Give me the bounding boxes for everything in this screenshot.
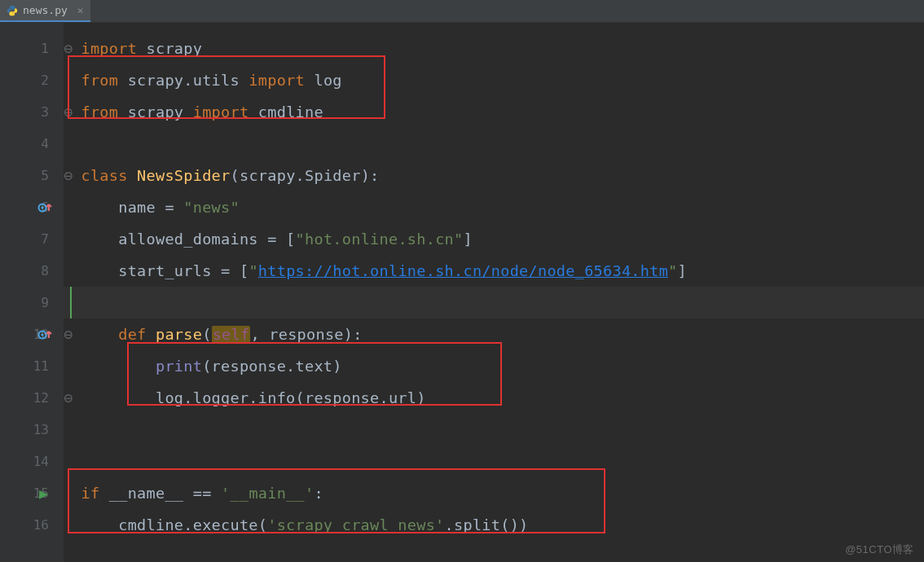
line-number[interactable]: 1: [0, 33, 64, 64]
line-number[interactable]: 4: [0, 128, 64, 160]
line-number[interactable]: 7: [0, 223, 64, 255]
code-line[interactable]: ⊖ import scrapy: [64, 33, 924, 64]
code-line[interactable]: name = "news": [64, 191, 924, 223]
code-line[interactable]: [64, 128, 924, 160]
code-line[interactable]: allowed_domains = ["hot.online.sh.cn"]: [64, 223, 924, 255]
line-number[interactable]: 2: [0, 64, 64, 96]
run-script-icon[interactable]: ▶: [39, 485, 48, 502]
fold-icon[interactable]: ⊖: [64, 331, 73, 339]
tab-bar: news.py ×: [0, 0, 924, 23]
fold-icon[interactable]: ⊖: [64, 45, 73, 53]
line-number[interactable]: 12: [0, 382, 64, 414]
line-number[interactable]: 13: [0, 414, 64, 446]
svg-point-1: [41, 206, 43, 209]
code-line[interactable]: ⊖ class NewsSpider(scrapy.Spider):: [64, 160, 924, 191]
code-area[interactable]: ⊖ import scrapy from scrapy.utils import…: [64, 23, 924, 562]
line-number[interactable]: 6: [0, 191, 64, 223]
svg-point-3: [41, 333, 43, 336]
code-line[interactable]: print(response.text): [64, 350, 924, 382]
code-line[interactable]: from scrapy.utils import log: [64, 64, 924, 96]
watermark-text: @51CTO博客: [845, 542, 914, 557]
close-icon[interactable]: ×: [77, 4, 84, 16]
code-editor: 1 2 3 4 5 6 7 8 9 10 11 12 13 14 ▶ 15 16: [0, 23, 924, 562]
line-number[interactable]: 16: [0, 509, 64, 541]
code-line[interactable]: ⊖ from scrapy import cmdline: [64, 96, 924, 128]
fold-icon[interactable]: ⊖: [64, 172, 73, 180]
code-line[interactable]: [64, 446, 924, 477]
code-line[interactable]: [64, 414, 924, 446]
override-marker-icon[interactable]: [37, 329, 52, 340]
caret-icon: [70, 287, 72, 318]
code-line-cursor[interactable]: [64, 287, 924, 318]
line-number[interactable]: 14: [0, 446, 64, 477]
editor-tab[interactable]: news.py ×: [0, 0, 90, 22]
code-line[interactable]: ⊖ log.logger.info(response.url): [64, 382, 924, 414]
fold-icon[interactable]: ⊖: [64, 394, 73, 402]
line-number[interactable]: 5: [0, 160, 64, 191]
code-line[interactable]: cmdline.execute('scrapy crawl news'.spli…: [64, 509, 924, 541]
line-number[interactable]: 8: [0, 255, 64, 287]
line-number[interactable]: 11: [0, 350, 64, 382]
tab-filename: news.py: [23, 4, 68, 16]
line-number[interactable]: 9: [0, 287, 64, 318]
python-file-icon: [7, 5, 18, 16]
code-line[interactable]: ⊖ def parse(self, response):: [64, 318, 924, 350]
fold-icon[interactable]: ⊖: [64, 108, 73, 116]
line-number[interactable]: 10: [0, 318, 64, 350]
line-gutter: 1 2 3 4 5 6 7 8 9 10 11 12 13 14 ▶ 15 16: [0, 23, 64, 562]
line-number[interactable]: 3: [0, 96, 64, 128]
code-line[interactable]: if __name__ == '__main__':: [64, 477, 924, 509]
override-marker-icon[interactable]: [37, 202, 52, 213]
line-number[interactable]: ▶ 15: [0, 477, 64, 509]
code-line[interactable]: start_urls = ["https://hot.online.sh.cn/…: [64, 255, 924, 287]
